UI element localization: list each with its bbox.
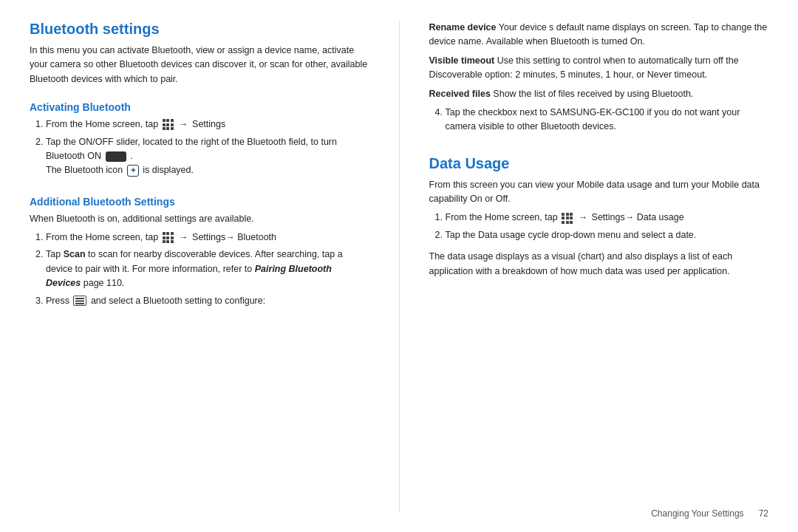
bluetooth-intro: In this menu you can activate Bluetooth,…: [30, 44, 369, 86]
bluetooth-icon: ✦: [127, 165, 139, 177]
column-divider: [399, 21, 400, 511]
toggle-icon: [106, 151, 126, 162]
data-usage-steps-list: From the Home screen, tap → Settings→ Da…: [429, 211, 769, 245]
apps-grid-icon: [163, 119, 174, 130]
data-usage-title: Data Usage: [429, 155, 769, 172]
right-item-rename: Rename device Your device s default name…: [429, 21, 769, 50]
footer-page: 72: [759, 508, 768, 519]
right-item-visible-timeout: Visible timeout Use this setting to cont…: [429, 54, 769, 83]
left-column: Bluetooth settings In this menu you can …: [30, 21, 369, 511]
footer-label: Changing Your Settings: [651, 508, 743, 519]
pairing-reference: Pairing Bluetooth Devices: [46, 264, 332, 288]
data-usage-note: The data usage displays as a visual (cha…: [429, 250, 769, 279]
bluetooth-settings-title: Bluetooth settings: [30, 21, 369, 38]
right-additional-list: Tap the checkbox next to SAMSUNG-EK-GC10…: [429, 106, 769, 137]
additional-step-3: Press and select a Bluetooth setting to …: [46, 294, 369, 308]
apps-grid-icon-3: [562, 213, 573, 224]
data-usage-step-2: Tap the Data usage cycle drop-down menu …: [446, 228, 769, 242]
apps-grid-icon-2: [163, 232, 174, 243]
data-usage-step-1: From the Home screen, tap → Settings→ Da…: [446, 211, 769, 225]
right-item-received-files: Received files Show the list of files re…: [429, 87, 769, 101]
activating-step-2: Tap the ON/OFF slider, located to the ri…: [46, 135, 369, 178]
additional-steps-list: From the Home screen, tap → Settings→ Bl…: [30, 231, 369, 311]
arrow-icon-2: →: [179, 231, 188, 245]
arrow-icon-3: →: [579, 211, 588, 225]
activating-steps-list: From the Home screen, tap → Settings Tap…: [30, 117, 369, 181]
additional-step-2: Tap Scan to scan for nearby discoverable…: [46, 248, 369, 290]
additional-step-1: From the Home screen, tap → Settings→ Bl…: [46, 231, 369, 245]
data-usage-intro: From this screen you can view your Mobil…: [429, 178, 769, 207]
arrow-icon: →: [179, 117, 188, 132]
right-step-4: Tap the checkbox next to SAMSUNG-EK-GC10…: [446, 106, 769, 134]
footer: Changing Your Settings 72: [651, 508, 768, 519]
right-column: Rename device Your device s default name…: [429, 21, 769, 511]
activating-step-1: From the Home screen, tap → Settings: [46, 117, 369, 132]
page: Bluetooth settings In this menu you can …: [0, 0, 798, 532]
additional-bluetooth-title: Additional Bluetooth Settings: [30, 196, 369, 208]
additional-bluetooth-intro: When Bluetooth is on, additional setting…: [30, 212, 369, 226]
activating-bluetooth-title: Activating Bluetooth: [30, 101, 369, 113]
